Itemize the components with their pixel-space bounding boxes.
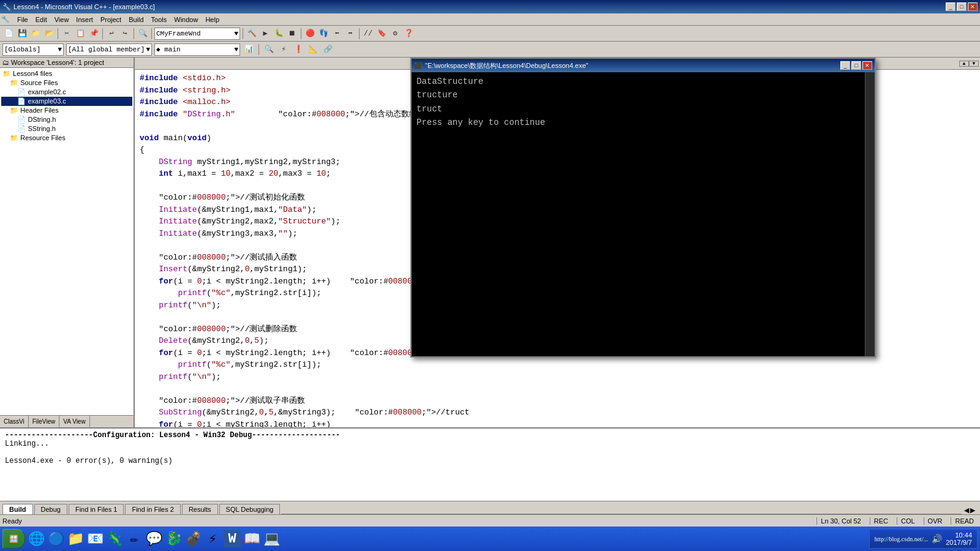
build-icon[interactable]: 🔨 — [246, 28, 258, 40]
settings-icon[interactable]: ⚙ — [389, 28, 401, 40]
taskbar-wechat-icon[interactable]: 💬 — [145, 530, 162, 547]
tab-debug[interactable]: Debug — [34, 504, 67, 514]
tab-findinfiles2[interactable]: Find in Files 2 — [125, 504, 180, 514]
back-icon[interactable]: ⬅ — [331, 28, 343, 40]
paste-icon[interactable]: 📌 — [88, 28, 100, 40]
sidebar-tree-item[interactable]: 📄 SString.h — [1, 124, 132, 133]
toolbar-1: 📄 💾 📁 📂 ✂️ 📋 📌 ↩ ↪ 🔍 CMyFrameWnd ▼ 🔨 ▶ 🐛… — [0, 26, 980, 42]
search-icon[interactable]: 🔍 — [137, 28, 149, 40]
new-file-icon[interactable]: 📄 — [2, 28, 15, 40]
sep-7 — [359, 28, 360, 39]
menu-insert[interactable]: Insert — [72, 15, 97, 24]
menu-view[interactable]: View — [51, 15, 73, 24]
open-icon[interactable]: 📂 — [43, 28, 55, 40]
taskbar-terminal-icon[interactable]: 💻 — [263, 530, 280, 547]
rec-indicator: REC — [870, 517, 892, 525]
tb2-icon4[interactable]: ❗ — [292, 43, 304, 56]
taskbar-mail-icon[interactable]: 📧 — [86, 530, 104, 547]
title-bar-buttons[interactable]: _ □ ✕ — [946, 2, 978, 11]
start-button[interactable]: 🪟 — [2, 529, 25, 549]
menu-edit[interactable]: Edit — [32, 15, 51, 24]
sidebar-tree-item[interactable]: 📁 Header Files — [1, 106, 132, 115]
help-icon[interactable]: ❓ — [402, 28, 415, 40]
taskbar-ie-icon[interactable]: 🌐 — [28, 530, 45, 547]
sidebar-tab-vaview[interactable]: VA View — [59, 416, 89, 427]
menu-window[interactable]: Window — [170, 15, 202, 24]
menu-icon: 🔧 — [1, 15, 10, 23]
code-line — [140, 383, 975, 395]
console-title-buttons[interactable]: _ □ ✕ — [840, 61, 872, 70]
step-icon[interactable]: 👣 — [317, 28, 330, 40]
save-icon[interactable]: 💾 — [16, 28, 28, 40]
volume-icon[interactable]: 🔊 — [932, 534, 942, 544]
position-display: Ln 30, Col 52 — [816, 517, 864, 525]
sidebar-tree-item[interactable]: 📁 Resource Files — [1, 133, 132, 143]
minimize-button[interactable]: _ — [946, 2, 956, 11]
taskbar-app5-icon[interactable]: 🦎 — [106, 530, 123, 547]
menu-build[interactable]: Build — [125, 15, 147, 24]
save-all-icon[interactable]: 📁 — [29, 28, 42, 40]
taskbar-app6-icon[interactable]: ✏️ — [126, 530, 143, 547]
taskbar-right: http://blog.csdn.net/... 🔊 10:44 2017/9/… — [869, 529, 978, 549]
sidebar-title: 🗂 Workspace 'Lesson4': 1 project — [0, 58, 134, 68]
tab-build[interactable]: Build — [2, 504, 33, 514]
close-button[interactable]: ✕ — [968, 2, 978, 11]
frame-dropdown[interactable]: CMyFrameWnd ▼ — [154, 28, 240, 40]
sidebar-tree-item[interactable]: 📁 Lesson4 files — [1, 69, 132, 78]
taskbar-app8-icon[interactable]: 🐉 — [165, 530, 182, 547]
forward-icon[interactable]: ➡ — [344, 28, 356, 40]
taskbar: 🪟 🌐 🔵 📁 📧 🦎 ✏️ 💬 🐉 💣 ⚡ W 📖 💻 http://blog… — [0, 527, 980, 551]
bookmark-icon[interactable]: 🔖 — [375, 28, 388, 40]
ovr-indicator: OVR — [924, 517, 946, 525]
sep-5 — [243, 28, 243, 39]
debug-icon[interactable]: 🐛 — [273, 28, 285, 40]
sep-1 — [58, 28, 58, 39]
tb2-icon3[interactable]: ⚡ — [277, 43, 290, 56]
menu-help[interactable]: Help — [202, 15, 223, 24]
main-layout: 🗂 Workspace 'Lesson4': 1 project 📁 Lesso… — [0, 58, 980, 427]
menu-project[interactable]: Project — [97, 15, 125, 24]
app-icon: 🔧 — [2, 3, 11, 11]
member-dropdown[interactable]: [All global member] ▼ — [66, 43, 152, 56]
tb2-icon1[interactable]: 📊 — [243, 43, 255, 56]
comment-icon[interactable]: // — [362, 28, 374, 40]
globals-dropdown[interactable]: [Globals] ▼ — [2, 43, 64, 56]
console-maximize-btn[interactable]: □ — [851, 61, 861, 70]
sidebar-tree-item[interactable]: 📄 DString.h — [1, 115, 132, 124]
main-dropdown[interactable]: ◆ main ▼ — [154, 43, 240, 56]
menu-tools[interactable]: Tools — [148, 15, 171, 24]
taskbar-msdn-icon[interactable]: 📖 — [243, 530, 260, 547]
tb2-icon2[interactable]: 🔍 — [263, 43, 275, 56]
stop-icon[interactable]: ⏹ — [286, 28, 298, 40]
tab-findinfiles1[interactable]: Find in Files 1 — [69, 504, 124, 514]
run-icon[interactable]: ▶ — [259, 28, 271, 40]
copy-icon[interactable]: 📋 — [74, 28, 86, 40]
sidebar-tree-item[interactable]: 📁 Source Files — [1, 78, 132, 88]
sidebar-tab-classview[interactable]: ClassVi — [0, 416, 29, 427]
restore-button[interactable]: □ — [957, 2, 967, 11]
breakpoint-icon[interactable]: 🔴 — [304, 28, 316, 40]
tb2-icon6[interactable]: 🔗 — [322, 43, 334, 56]
redo-icon[interactable]: ↪ — [119, 28, 131, 40]
taskbar-game-icon[interactable]: 💣 — [184, 530, 202, 547]
console-close-btn[interactable]: ✕ — [862, 61, 872, 70]
taskbar-chrome-icon[interactable]: 🔵 — [47, 530, 64, 547]
taskbar-app10-icon[interactable]: ⚡ — [204, 530, 221, 547]
menu-file[interactable]: File — [13, 15, 32, 24]
console-minimize-btn[interactable]: _ — [840, 61, 850, 70]
scroll-down-btn[interactable]: ▼ — [969, 61, 979, 67]
scroll-right-icon[interactable]: ▶ — [970, 506, 975, 514]
cut-icon[interactable]: ✂️ — [61, 28, 73, 40]
tab-results[interactable]: Results — [182, 504, 218, 514]
undo-icon[interactable]: ↩ — [105, 28, 118, 40]
sidebar-tree-item[interactable]: 📄 example03.c — [1, 97, 132, 106]
console-scrollbar[interactable] — [865, 72, 875, 356]
tab-sqldebugging[interactable]: SQL Debugging — [219, 504, 281, 514]
tb2-icon5[interactable]: 📐 — [307, 43, 319, 56]
taskbar-word-icon[interactable]: W — [224, 530, 241, 547]
sidebar-tab-fileview[interactable]: FileView — [29, 416, 60, 427]
sidebar-tree-item[interactable]: 📄 example02.c — [1, 88, 132, 97]
scroll-left-icon[interactable]: ◀ — [964, 506, 969, 514]
scroll-up-btn[interactable]: ▲ — [959, 61, 969, 67]
taskbar-folder-icon[interactable]: 📁 — [67, 530, 84, 547]
